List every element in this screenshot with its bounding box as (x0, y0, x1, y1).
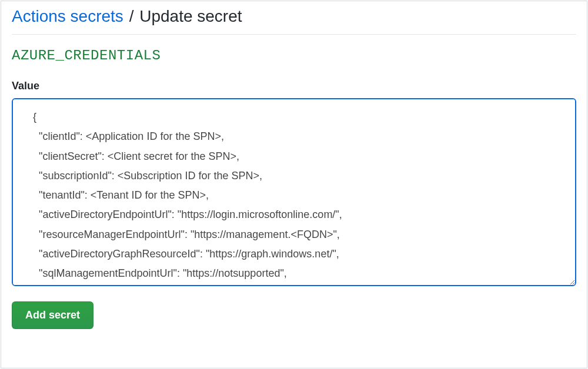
breadcrumb-current: Update secret (139, 7, 242, 25)
breadcrumb-separator: / (129, 7, 134, 25)
secret-name-heading: AZURE_CREDENTIALS (12, 48, 576, 63)
breadcrumb: Actions secrets / Update secret (12, 7, 576, 35)
secret-value-textarea[interactable] (12, 98, 576, 286)
breadcrumb-parent-link[interactable]: Actions secrets (12, 7, 123, 25)
value-field-label: Value (12, 80, 576, 92)
update-secret-panel: Actions secrets / Update secret AZURE_CR… (1, 1, 587, 368)
value-textarea-wrap (12, 98, 576, 289)
add-secret-button[interactable]: Add secret (12, 301, 93, 329)
